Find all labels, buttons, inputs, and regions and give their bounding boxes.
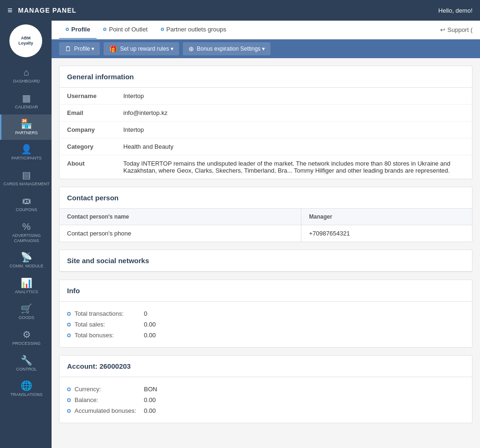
sub-header: Profile Point of Outlet Partner outlets … [52, 21, 480, 39]
sidebar-item-translations[interactable]: 🌐 TRANSLATIONS [0, 376, 52, 402]
sidebar-item-coupons[interactable]: 🎟 COUPONS [0, 191, 52, 217]
sidebar-label-comm: COMM. MODULE [10, 264, 44, 269]
site-social-card: Site and social networks [59, 250, 472, 272]
profile-btn-label: Profile ▾ [74, 46, 94, 52]
processing-icon: ⚙ [22, 330, 31, 339]
about-label: About [60, 155, 116, 179]
info-title: Info [60, 280, 472, 302]
list-dot [67, 398, 71, 402]
dashboard-icon: ⌂ [23, 68, 29, 77]
reward-rules-btn[interactable]: 🎁 Set up reward rules ▾ [104, 42, 179, 55]
list-item: Currency: BON [67, 384, 465, 395]
bonus-expiration-btn[interactable]: ⊕ Bonus expiration Settings ▾ [183, 42, 270, 55]
header-left: ≡ MANAGE PANEL [8, 6, 76, 15]
bonus-btn-icon: ⊕ [188, 45, 194, 53]
sidebar-label-participants: PARTICIPANTS [11, 156, 41, 161]
contact-phone-value: +70987654321 [301, 225, 472, 242]
content-area: Profile Point of Outlet Partner outlets … [52, 21, 480, 448]
sidebar-item-analytics[interactable]: 📊 ANALYTICS [0, 273, 52, 299]
tab-dot-outlet [103, 28, 106, 31]
support-icon: ↩ [440, 26, 445, 33]
company-label: Company [60, 121, 116, 138]
cards-icon: ▤ [22, 170, 31, 180]
tab-dot-partner [161, 28, 164, 31]
sidebar-label-processing: PROCESSING [12, 341, 40, 346]
sidebar-label-advertising: ADVERTISING CAMPAIGNS [3, 233, 50, 243]
username-label: Username [60, 88, 116, 105]
sidebar-label-analytics: ANALYTICS [15, 289, 38, 295]
info-card: Info Total transactions: 0 Total sales: … [59, 280, 472, 348]
app-wrapper: ≡ MANAGE PANEL Hello, demo! ABM Loyalty … [0, 0, 480, 448]
contact-person-card: Contact person Contact person's name Man… [59, 187, 472, 242]
tab-partner-outlets[interactable]: Partner outlets groups [154, 21, 233, 39]
profile-action-btn[interactable]: 🗒 Profile ▾ [59, 42, 100, 55]
accumulated-bonuses-value: 0.00 [144, 407, 156, 414]
action-bar: 🗒 Profile ▾ 🎁 Set up reward rules ▾ ⊕ Bo… [52, 39, 480, 58]
sidebar-label-partners: PARTNERS [15, 130, 38, 136]
general-info-card: General information Username Intertop Em… [59, 66, 472, 179]
category-value: Health and Beauty [116, 138, 472, 155]
sidebar-item-participants[interactable]: 👤 PARTICIPANTS [0, 140, 52, 166]
list-item: Total bonuses: 0.00 [67, 330, 465, 341]
tab-profile-label: Profile [71, 26, 90, 33]
sidebar-label-calendar: CALENDAR [15, 105, 38, 110]
support-link[interactable]: ↩ Support ( [440, 26, 472, 33]
profile-btn-icon: 🗒 [65, 45, 71, 53]
sidebar-item-cards[interactable]: ▤ CARDS MANAGEMENT [0, 166, 52, 191]
currency-label: Currency: [75, 386, 140, 393]
logo-text: ABM Loyalty [18, 36, 33, 46]
table-row: About Today INTERTOP remains the undispu… [60, 155, 472, 179]
tab-point-of-outlet[interactable]: Point of Outlet [97, 21, 154, 39]
table-row: Company Intertop [60, 121, 472, 138]
email-label: Email [60, 105, 116, 121]
partners-icon: 🏪 [21, 119, 32, 129]
sidebar-item-processing[interactable]: ⚙ PROCESSING [0, 325, 52, 351]
account-list: Currency: BON Balance: 0.00 Accumulated … [60, 377, 472, 423]
tab-dot-profile [66, 28, 69, 31]
contact-person-title: Contact person [60, 187, 472, 209]
sidebar-label-goods: GOODS [19, 315, 35, 320]
contact-name-header: Contact person's name [60, 209, 301, 225]
accumulated-bonuses-label: Accumulated bonuses: [75, 407, 140, 414]
sidebar-item-dashboard[interactable]: ⌂ DASHBOARD [0, 63, 52, 89]
reward-btn-label: Set up reward rules ▾ [120, 46, 173, 52]
account-title: Account: 26000203 [60, 356, 472, 377]
total-sales-value: 0.00 [144, 321, 156, 328]
hamburger-icon[interactable]: ≡ [8, 6, 13, 15]
sidebar-item-control[interactable]: 🔧 CONTROL [0, 351, 52, 377]
comm-icon: 📡 [21, 252, 32, 262]
account-number: 26000203 [99, 362, 131, 370]
account-card: Account: 26000203 Currency: BON Balance:… [59, 355, 472, 423]
sidebar-item-calendar[interactable]: ▦ CALENDAR [0, 89, 52, 114]
advertising-icon: % [22, 222, 31, 231]
list-dot [67, 312, 71, 316]
table-row: Contact person's phone +70987654321 [60, 225, 472, 242]
contact-phone-label: Contact person's phone [60, 225, 301, 242]
account-prefix: Account: [67, 362, 99, 370]
sidebar-label-translations: TRANSLATIONS [10, 392, 42, 397]
total-bonuses-label: Total bonuses: [75, 332, 140, 339]
sidebar-item-goods[interactable]: 🛒 GOODS [0, 299, 52, 325]
info-list: Total transactions: 0 Total sales: 0.00 … [60, 302, 472, 347]
header-greeting: Hello, demo! [438, 7, 472, 14]
site-social-title: Site and social networks [60, 250, 472, 272]
table-row: Email info@intertop.kz [60, 105, 472, 121]
sidebar-label-control: CONTROL [16, 367, 37, 372]
sidebar-item-advertising[interactable]: % ADVERTISING CAMPAIGNS [0, 217, 52, 248]
sidebar-label-dashboard: DASHBOARD [13, 79, 40, 84]
contact-table-header: Contact person's name Manager [60, 209, 472, 225]
sidebar-item-comm[interactable]: 📡 COMM. MODULE [0, 248, 52, 273]
balance-label: Balance: [75, 396, 140, 403]
list-item: Total transactions: 0 [67, 308, 465, 319]
list-dot [67, 387, 71, 391]
table-row: Username Intertop [60, 88, 472, 105]
sidebar-logo: ABM Loyalty [9, 24, 42, 57]
total-bonuses-value: 0.00 [144, 332, 156, 339]
category-label: Category [60, 138, 116, 155]
tab-profile[interactable]: Profile [59, 21, 97, 39]
bonus-btn-label: Bonus expiration Settings ▾ [197, 46, 265, 52]
sidebar-item-partners[interactable]: 🏪 PARTNERS [0, 114, 52, 140]
participants-icon: 👤 [21, 144, 32, 154]
balance-value: 0.00 [144, 396, 156, 403]
control-icon: 🔧 [21, 356, 32, 365]
